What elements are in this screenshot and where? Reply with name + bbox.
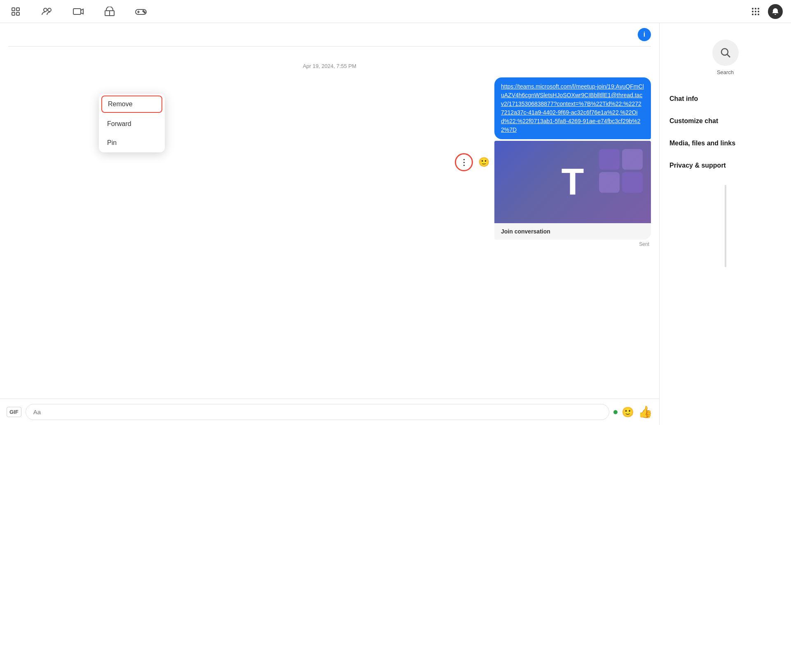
store-nav-icon[interactable] <box>102 4 117 19</box>
svg-line-25 <box>727 54 730 57</box>
svg-point-5 <box>48 8 51 12</box>
emoji-input-button[interactable]: 🙂 <box>622 406 634 418</box>
nav-icons <box>8 4 148 19</box>
message-link-bubble: https://teams.microsoft.com/l/meetup-joi… <box>494 77 651 139</box>
svg-point-21 <box>752 14 754 15</box>
search-label: Search <box>717 69 734 75</box>
main-area: i Apr 19, 2024, 7:55 PM Remove Forward P… <box>0 23 791 425</box>
svg-marker-7 <box>81 9 83 14</box>
panel-chat-info[interactable]: Chat info <box>660 88 791 110</box>
chat-input[interactable] <box>26 404 609 420</box>
svg-point-4 <box>44 8 47 12</box>
gif-button[interactable]: GIF <box>7 407 21 417</box>
svg-point-19 <box>755 11 756 12</box>
date-separator: Apr 19, 2024, 7:55 PM <box>8 63 651 69</box>
teams-link[interactable]: https://teams.microsoft.com/l/meetup-joi… <box>501 83 644 133</box>
preview-block-4 <box>622 172 643 193</box>
emoji-reaction-icon: 🙂 <box>478 157 489 168</box>
more-dots-icon: ⋮ <box>460 157 468 167</box>
right-panel-scrollbar[interactable] <box>725 185 726 267</box>
svg-rect-0 <box>12 8 15 11</box>
info-button[interactable]: i <box>638 28 651 41</box>
chat-messages[interactable]: Apr 19, 2024, 7:55 PM Remove Forward Pin… <box>0 47 659 399</box>
gamepad-nav-icon[interactable] <box>133 4 148 19</box>
top-nav <box>0 0 791 23</box>
notification-avatar[interactable] <box>768 4 783 19</box>
preview-block-1 <box>599 149 620 170</box>
svg-point-22 <box>755 14 756 15</box>
grid-nav-icon[interactable] <box>748 4 763 19</box>
preview-block-2 <box>622 149 643 170</box>
online-indicator <box>613 410 618 414</box>
like-button[interactable]: 👍 <box>638 405 653 419</box>
message-actions: ⋮ 🙂 <box>455 77 491 247</box>
preview-block-3 <box>599 172 620 193</box>
preview-blocks <box>599 149 643 193</box>
chat-input-area: GIF 🙂 👍 <box>0 399 659 425</box>
chat-panel: i Apr 19, 2024, 7:55 PM Remove Forward P… <box>0 23 659 425</box>
svg-rect-1 <box>16 8 19 11</box>
preview-block-row-1 <box>599 149 643 170</box>
context-menu-remove[interactable]: Remove <box>101 96 162 113</box>
message-bubble: https://teams.microsoft.com/l/meetup-joi… <box>494 77 651 247</box>
svg-rect-3 <box>16 12 19 15</box>
teams-logo: T <box>562 161 584 203</box>
message-status: Sent <box>494 241 651 247</box>
search-button[interactable] <box>712 40 739 66</box>
more-options-button[interactable]: ⋮ <box>455 153 473 171</box>
svg-point-14 <box>144 12 145 13</box>
search-area: Search <box>660 31 791 88</box>
info-bar: i <box>0 23 659 46</box>
context-menu-forward[interactable]: Forward <box>99 114 165 133</box>
message-container: Remove Forward Pin ⋮ 🙂 https://t <box>8 77 651 247</box>
svg-point-15 <box>752 8 754 9</box>
svg-point-23 <box>758 14 759 15</box>
top-nav-right <box>748 4 783 19</box>
svg-rect-6 <box>73 9 81 14</box>
svg-point-18 <box>752 11 754 12</box>
right-panel: Search Chat info Customize chat Media, f… <box>659 23 791 425</box>
message-card: T <box>494 141 651 240</box>
svg-point-24 <box>721 49 728 55</box>
teams-preview-image: T <box>494 141 651 223</box>
svg-point-13 <box>143 10 144 12</box>
people-nav-icon[interactable] <box>40 4 54 19</box>
context-menu: Remove Forward Pin <box>99 94 165 152</box>
join-conversation-label[interactable]: Join conversation <box>494 223 651 240</box>
video-nav-icon[interactable] <box>71 4 86 19</box>
square-nav-icon[interactable] <box>8 4 23 19</box>
svg-rect-2 <box>12 12 15 15</box>
panel-privacy-support[interactable]: Privacy & support <box>660 154 791 177</box>
svg-point-20 <box>758 11 759 12</box>
panel-media-files[interactable]: Media, files and links <box>660 132 791 154</box>
panel-customize-chat[interactable]: Customize chat <box>660 110 791 132</box>
preview-block-row-2 <box>599 172 643 193</box>
emoji-reaction-button[interactable]: 🙂 <box>476 155 491 170</box>
svg-point-16 <box>755 8 756 9</box>
svg-point-17 <box>758 8 759 9</box>
context-menu-pin[interactable]: Pin <box>99 133 165 152</box>
